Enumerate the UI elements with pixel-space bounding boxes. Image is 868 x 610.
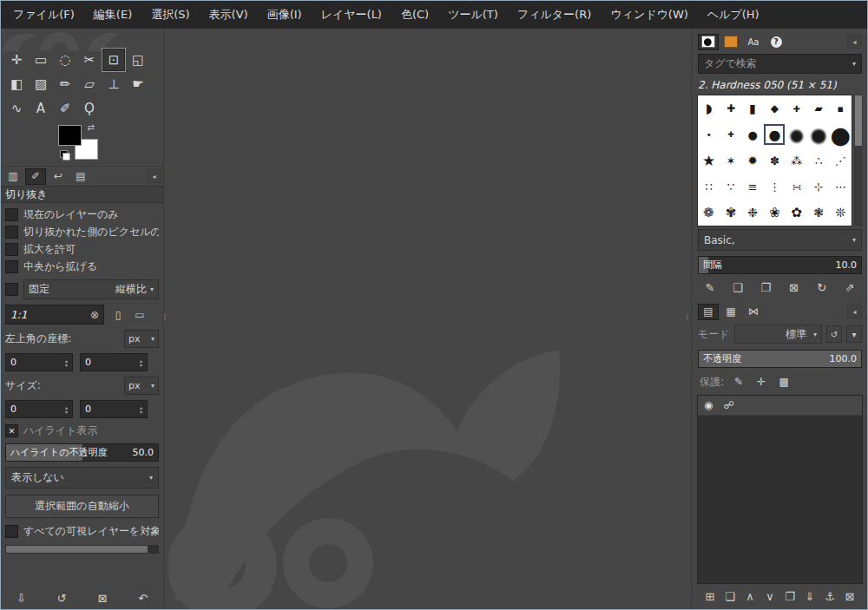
brush-item[interactable]: ● — [742, 124, 763, 145]
delete-cropped-pixels-checkbox[interactable] — [5, 226, 18, 239]
link-chain-icon[interactable]: ☍ — [723, 399, 733, 411]
duplicate-brush-button[interactable]: ❐ — [756, 279, 775, 297]
spinner-arrows-icon[interactable]: ▴▾ — [136, 354, 146, 371]
brush-item[interactable]: ⋯ — [830, 176, 851, 197]
tab-undo-history[interactable]: ↩ — [48, 168, 69, 185]
canvas[interactable] — [168, 29, 687, 609]
brush-item[interactable]: ❃ — [808, 202, 829, 223]
highlight-checkbox[interactable]: ✕ — [5, 424, 18, 437]
menu-colors[interactable]: 色(C) — [392, 3, 437, 27]
brush-item[interactable]: ● — [830, 124, 851, 145]
tool-text-button[interactable]: A — [29, 96, 53, 121]
tab-layers[interactable]: ▤ — [698, 304, 719, 320]
spinner-arrows-icon[interactable]: ▴▾ — [62, 401, 71, 417]
duplicate-layer-button[interactable]: ❐ — [780, 588, 799, 606]
tool-transform-button[interactable]: ◱ — [126, 48, 150, 72]
visibility-eye-icon[interactable]: ◉ — [704, 399, 713, 411]
delete-layer-button[interactable]: ⊠ — [840, 588, 859, 606]
brush-item[interactable]: ✚ — [720, 124, 741, 145]
brush-item[interactable]: ⁂ — [786, 150, 807, 171]
aspect-ratio-input[interactable]: 1:1 ⊗ — [5, 305, 104, 325]
save-tool-preset-button[interactable]: ⇩ — [11, 589, 30, 607]
brush-item[interactable]: ≡ — [742, 176, 763, 197]
brush-item[interactable]: ∷ — [699, 176, 720, 197]
position-y-input[interactable]: 0 ▴▾ — [80, 353, 148, 371]
brush-item[interactable]: ● — [764, 124, 785, 145]
brush-item[interactable]: ✚ — [786, 98, 807, 119]
lock-alpha-button[interactable]: ▩ — [777, 373, 791, 390]
tool-paths-button[interactable]: ∿ — [4, 96, 29, 121]
edit-brush-button[interactable]: ✎ — [700, 279, 720, 297]
merge-down-button[interactable]: ⇓ — [800, 588, 819, 606]
tool-color-picker-button[interactable]: ✐ — [53, 96, 77, 121]
layer-row[interactable]: ◉ ☍ — [698, 396, 862, 416]
spinner-arrows-icon[interactable]: ▴▾ — [136, 401, 146, 417]
allow-growing-checkbox[interactable] — [5, 243, 18, 256]
brush-item[interactable]: ✾ — [720, 202, 741, 223]
dock-menu-button[interactable]: ◂ — [847, 35, 862, 49]
brush-item[interactable]: ⋮ — [764, 176, 785, 197]
brush-scrollbar[interactable] — [854, 95, 863, 226]
foreground-color-swatch[interactable] — [58, 125, 82, 146]
tool-free-select-button[interactable]: ◌ — [53, 48, 77, 72]
brush-item[interactable]: ✹ — [742, 150, 763, 171]
brush-item[interactable]: ✽ — [764, 150, 785, 171]
delete-brush-button[interactable]: ⊠ — [785, 279, 804, 297]
swap-colors-icon[interactable]: ⇄ — [88, 122, 95, 132]
aspect-ratio-dropdown[interactable]: 固定 縦横比 ▾ — [23, 279, 159, 299]
lock-position-button[interactable]: ✛ — [754, 373, 768, 390]
menu-select[interactable]: 選択(S) — [142, 3, 198, 27]
scrollbar-thumb[interactable] — [6, 546, 148, 553]
brush-item[interactable]: ⊹ — [808, 176, 829, 197]
menu-file[interactable]: ファイル(F) — [4, 3, 83, 27]
landscape-button[interactable]: ▭ — [132, 306, 148, 324]
tool-scissors-select-button[interactable]: ✂ — [77, 48, 102, 72]
dock-menu-button[interactable]: ◂ — [147, 169, 161, 183]
tool-gradient-button[interactable]: ▨ — [29, 72, 53, 96]
tool-zoom-button[interactable]: Ϙ — [77, 96, 102, 121]
tab-images[interactable]: ▤ — [70, 168, 91, 185]
guides-dropdown[interactable]: 表示しない ▾ — [5, 467, 159, 489]
lock-paint-button[interactable]: ✎ — [732, 373, 746, 390]
fixed-checkbox[interactable] — [5, 283, 18, 296]
spinner-arrows-icon[interactable]: ▴▾ — [62, 354, 71, 371]
current-layer-only-checkbox[interactable] — [5, 208, 18, 221]
default-colors-icon[interactable] — [60, 150, 70, 161]
open-brush-as-image-button[interactable]: ⇗ — [840, 279, 859, 297]
tab-brushes[interactable] — [698, 34, 719, 50]
tab-fonts[interactable]: Aa — [743, 34, 764, 50]
brush-item[interactable]: ❉ — [742, 202, 763, 223]
menu-view[interactable]: 表示(V) — [201, 3, 257, 27]
menu-edit[interactable]: 編集(E) — [85, 3, 141, 27]
tool-bucket-fill-button[interactable]: ◧ — [4, 72, 29, 96]
tab-device-status[interactable]: ▥ — [3, 168, 23, 185]
menu-layer[interactable]: レイヤー(L) — [312, 3, 391, 27]
brush-item[interactable]: ✚ — [720, 98, 741, 119]
menu-windows[interactable]: ウィンドウ(W) — [602, 3, 697, 27]
brush-item[interactable]: ● — [786, 124, 807, 145]
tool-rectangle-select-button[interactable]: ▭ — [29, 48, 53, 72]
tool-pencil-button[interactable]: ✏ — [53, 72, 77, 96]
brush-item[interactable]: ∺ — [786, 176, 807, 197]
brush-item[interactable]: ▪ — [830, 98, 851, 119]
reset-tool-options-button[interactable]: ↶ — [134, 589, 153, 607]
tag-search-dropdown[interactable]: タグで検索 ▾ — [698, 54, 862, 74]
raise-layer-button[interactable]: ∧ — [740, 588, 760, 606]
mode-switch-button[interactable]: ↺ — [826, 325, 842, 343]
size-width-input[interactable]: 0 ▴▾ — [5, 400, 73, 418]
brush-item[interactable]: ✶ — [720, 150, 741, 171]
brush-item[interactable]: ◆ — [764, 98, 785, 119]
position-x-input[interactable]: 0 ▴▾ — [5, 353, 73, 371]
expand-from-center-checkbox[interactable] — [5, 260, 18, 273]
new-layer-button[interactable]: ⊞ — [700, 588, 720, 606]
brush-item[interactable]: ∴ — [808, 150, 829, 171]
dock-menu-button[interactable]: ◂ — [847, 305, 862, 318]
restore-tool-preset-button[interactable]: ↺ — [52, 589, 71, 607]
new-group-button[interactable]: ❏ — [720, 588, 740, 606]
brush-item[interactable]: ❀ — [764, 202, 785, 223]
brush-item[interactable]: ● — [808, 124, 829, 145]
delete-tool-preset-button[interactable]: ⊠ — [93, 589, 112, 607]
mode-menu-button[interactable]: ▾ — [846, 325, 862, 343]
layer-mode-dropdown[interactable]: 標準 ▾ — [734, 325, 822, 344]
menu-filters[interactable]: フィルター(R) — [509, 3, 600, 27]
